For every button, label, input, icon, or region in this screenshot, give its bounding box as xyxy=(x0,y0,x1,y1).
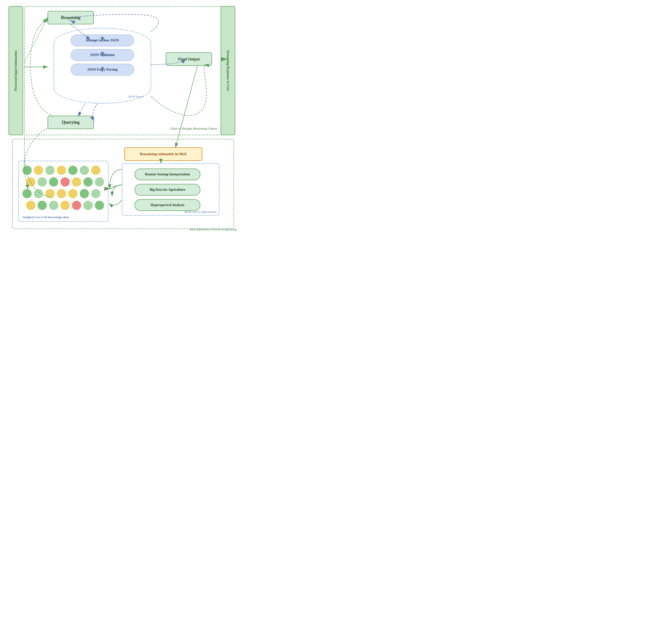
circle-9 xyxy=(38,177,47,187)
rich-interactive-label: Rich Interactive Process in Querying xyxy=(189,228,236,231)
circle-13 xyxy=(83,177,92,187)
knowledge-base-label: Weighed Core-Cell Knowledge Base xyxy=(22,215,69,219)
streaming-response-label: Streaming Response to User xyxy=(226,50,230,91)
multisource-label: Multi-source Information xyxy=(184,210,216,214)
final-output-label: Final Output xyxy=(178,57,200,61)
circle-19 xyxy=(68,189,78,198)
big-data-box: Big Data for Agriculture xyxy=(134,184,200,196)
circle-25 xyxy=(60,201,70,210)
circle-8 xyxy=(26,177,35,187)
circle-20 xyxy=(80,189,89,198)
processed-input-label: Processed Input Infomation xyxy=(14,50,18,91)
circle-26 xyxy=(72,201,81,210)
diagram-container: Processed Input Infomation Streaming Res… xyxy=(5,4,239,233)
circle-2 xyxy=(34,166,43,175)
json-fuzzy-label: JSON Fuzzy Parsing xyxy=(87,68,118,71)
circle-27 xyxy=(83,201,92,210)
json-validation-label: JSON Validation xyxy=(90,53,115,57)
circle-5 xyxy=(68,166,78,175)
submodels-box: Remaining submodels in MoE xyxy=(124,147,202,161)
circle-12 xyxy=(72,177,81,187)
reasoning-label: Reasoning xyxy=(61,15,80,20)
circle-14 xyxy=(95,177,104,187)
querying-box: Querying xyxy=(47,116,94,129)
circles-area xyxy=(21,164,106,212)
querying-label: Querying xyxy=(62,120,80,125)
json-fuzzy-box: JSON Fuzzy Parsing xyxy=(71,64,134,76)
circle-15 xyxy=(22,189,32,198)
circle-4 xyxy=(57,166,66,175)
reasoning-box: Reasoning xyxy=(47,11,94,24)
circle-21 xyxy=(91,189,100,198)
processed-input-bar: Processed Input Infomation xyxy=(8,6,23,135)
big-data-label: Big Data for Agriculture xyxy=(150,188,185,192)
json-parse-box: Attempt to close JSON JSON Validation JS… xyxy=(54,28,151,104)
circle-3 xyxy=(45,166,55,175)
json-parse-label: JSON Parse xyxy=(128,95,143,99)
submodels-label: Remaining submodels in MoE xyxy=(140,152,187,156)
circle-1 xyxy=(22,166,32,175)
multisource-box: Remote Sensing Interpretation Big Data f… xyxy=(122,163,220,216)
circle-7 xyxy=(91,166,100,175)
circle-24 xyxy=(49,201,58,210)
circle-16 xyxy=(34,189,43,198)
hyperspectral-label: Hyperspectral Analysis xyxy=(151,203,185,207)
streaming-response-bar: Streaming Response to User xyxy=(221,6,235,135)
final-output-box: Final Output xyxy=(166,52,212,66)
circle-28 xyxy=(95,201,104,210)
circle-23 xyxy=(38,201,47,210)
circle-6 xyxy=(80,166,89,175)
json-attempt-box: Attempt to close JSON xyxy=(71,35,134,46)
remote-sensing-box: Remote Sensing Interpretation xyxy=(134,169,200,180)
hyperspectral-box: Hyperspectral Analysis xyxy=(134,199,200,211)
circle-22 xyxy=(26,201,35,210)
circle-18 xyxy=(57,189,66,198)
chain-of-thought-label: Chain of Thought (Reasoning Chain) xyxy=(170,127,217,131)
knowledge-base-box: Weighed Core-Cell Knowledge Base xyxy=(18,161,108,222)
json-validation-box: JSON Validation xyxy=(71,49,134,61)
circle-11 xyxy=(60,177,70,187)
json-attempt-label: Attempt to close JSON xyxy=(86,39,119,42)
circle-10 xyxy=(49,177,58,187)
circle-17 xyxy=(45,189,55,198)
remote-sensing-label: Remote Sensing Interpretation xyxy=(145,172,190,176)
